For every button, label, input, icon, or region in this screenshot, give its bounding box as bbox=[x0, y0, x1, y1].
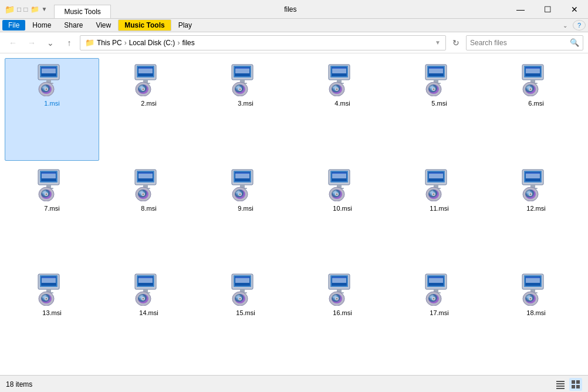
file-label: 6.msi bbox=[528, 100, 543, 107]
msi-file-icon bbox=[324, 273, 361, 306]
file-label: 18.msi bbox=[526, 309, 545, 316]
title-bar-icon-1: □ bbox=[17, 5, 21, 13]
large-icons-view-button[interactable] bbox=[569, 378, 582, 391]
status-bar: 18 items bbox=[0, 375, 588, 392]
title-bar-dropdown[interactable]: ▼ bbox=[42, 6, 48, 12]
close-button[interactable]: ✕ bbox=[561, 0, 588, 18]
file-item[interactable]: 16.msi bbox=[295, 268, 390, 370]
svg-point-202 bbox=[432, 298, 434, 300]
file-item[interactable]: 10.msi bbox=[295, 163, 390, 266]
msi-file-icon bbox=[518, 273, 555, 306]
svg-rect-196 bbox=[429, 277, 443, 278]
ribbon-collapse[interactable]: ⌄ bbox=[559, 20, 572, 31]
file-item[interactable]: 5.msi bbox=[392, 58, 486, 161]
file-item[interactable]: 3.msi bbox=[198, 58, 293, 161]
file-label: 13.msi bbox=[42, 309, 61, 316]
file-label: 3.msi bbox=[238, 100, 253, 107]
svg-point-34 bbox=[239, 89, 241, 90]
svg-rect-222 bbox=[572, 385, 575, 388]
file-item[interactable]: 7.msi bbox=[5, 163, 99, 266]
svg-rect-52 bbox=[429, 67, 443, 69]
title-bar-left: 📁 □ □ 📁 ▼ bbox=[0, 0, 52, 18]
title-tab-music-tools[interactable]: Music Tools bbox=[54, 5, 110, 18]
maximize-button[interactable]: ☐ bbox=[534, 0, 561, 18]
ribbon-tab-share[interactable]: Share bbox=[58, 20, 89, 31]
msi-file-icon bbox=[33, 168, 71, 201]
svg-rect-124 bbox=[429, 173, 443, 174]
svg-point-190 bbox=[336, 298, 337, 300]
svg-rect-219 bbox=[556, 388, 565, 389]
title-bar-tabs: Music Tools bbox=[52, 0, 279, 18]
file-item[interactable]: 12.msi bbox=[489, 163, 583, 266]
ribbon-tab-play[interactable]: Play bbox=[173, 20, 198, 31]
forward-button[interactable]: → bbox=[23, 35, 40, 50]
file-label: 8.msi bbox=[141, 205, 156, 212]
dropdown-button[interactable]: ⌄ bbox=[42, 35, 59, 50]
svg-rect-76 bbox=[42, 173, 56, 174]
file-label: 15.msi bbox=[236, 309, 255, 316]
file-item[interactable]: 15.msi bbox=[198, 268, 293, 370]
title-bar-folder-icon: 📁 bbox=[5, 5, 15, 14]
svg-rect-217 bbox=[556, 383, 565, 384]
svg-rect-223 bbox=[576, 385, 580, 388]
ribbon-tab-file[interactable]: File bbox=[2, 20, 25, 31]
title-bar-icon-2: □ bbox=[23, 5, 28, 13]
file-label: 17.msi bbox=[430, 309, 448, 316]
file-label: 11.msi bbox=[430, 205, 448, 212]
status-right bbox=[554, 378, 582, 391]
ribbon-tab-home[interactable]: Home bbox=[26, 20, 57, 31]
svg-rect-172 bbox=[235, 277, 249, 278]
path-local-disk[interactable]: Local Disk (C:) bbox=[129, 39, 175, 47]
file-item[interactable]: 8.msi bbox=[102, 163, 196, 266]
file-item[interactable]: 6.msi bbox=[489, 58, 583, 161]
ribbon-tab-music-tools[interactable]: Music Tools bbox=[118, 19, 171, 31]
back-button[interactable]: ← bbox=[5, 35, 21, 50]
msi-file-icon bbox=[227, 168, 265, 201]
up-button[interactable]: ↑ bbox=[61, 35, 77, 50]
file-label: 7.msi bbox=[44, 205, 59, 212]
svg-rect-160 bbox=[138, 277, 153, 278]
svg-point-166 bbox=[142, 298, 144, 300]
details-view-button[interactable] bbox=[554, 378, 567, 391]
address-path[interactable]: 📁 This PC › Local Disk (C:) › files ▼ bbox=[80, 35, 446, 50]
file-item[interactable]: 1.msi bbox=[5, 58, 99, 161]
path-chevron[interactable]: ▼ bbox=[435, 39, 441, 46]
svg-rect-208 bbox=[526, 277, 540, 278]
file-label: 4.msi bbox=[334, 100, 350, 107]
ribbon: File Home Share View Music Tools Play ⌄ … bbox=[0, 19, 588, 32]
svg-rect-220 bbox=[572, 380, 575, 384]
svg-point-118 bbox=[336, 193, 337, 195]
svg-point-142 bbox=[529, 193, 531, 195]
file-item[interactable]: 2.msi bbox=[102, 58, 196, 161]
search-icon: 🔍 bbox=[570, 38, 579, 47]
file-item[interactable]: 9.msi bbox=[198, 163, 293, 266]
file-item[interactable]: 14.msi bbox=[102, 268, 196, 370]
svg-rect-88 bbox=[138, 173, 153, 174]
file-item[interactable]: 11.msi bbox=[392, 163, 486, 266]
path-this-pc[interactable]: This PC bbox=[97, 39, 122, 47]
ribbon-tab-view[interactable]: View bbox=[90, 20, 117, 31]
refresh-button[interactable]: ↻ bbox=[448, 35, 464, 50]
svg-point-82 bbox=[45, 193, 47, 195]
svg-rect-216 bbox=[556, 381, 565, 382]
msi-file-icon bbox=[33, 273, 71, 306]
file-item[interactable]: 4.msi bbox=[295, 58, 390, 161]
search-box[interactable]: 🔍 bbox=[466, 35, 583, 50]
msi-file-icon bbox=[421, 273, 458, 306]
file-label: 9.msi bbox=[238, 205, 253, 212]
svg-point-214 bbox=[529, 298, 531, 300]
msi-file-icon bbox=[130, 63, 168, 96]
file-item[interactable]: 13.msi bbox=[5, 268, 99, 370]
file-item[interactable]: 17.msi bbox=[392, 268, 486, 370]
file-item[interactable]: 18.msi bbox=[489, 268, 583, 370]
path-files[interactable]: files bbox=[182, 39, 194, 47]
svg-rect-221 bbox=[576, 380, 580, 384]
svg-rect-184 bbox=[332, 277, 346, 278]
help-button[interactable]: ? bbox=[573, 20, 586, 31]
svg-rect-16 bbox=[138, 67, 153, 69]
minimize-button[interactable]: — bbox=[507, 0, 534, 18]
search-input[interactable] bbox=[470, 39, 567, 47]
msi-file-icon bbox=[33, 63, 71, 96]
svg-rect-4 bbox=[42, 67, 56, 69]
svg-rect-112 bbox=[332, 173, 346, 174]
